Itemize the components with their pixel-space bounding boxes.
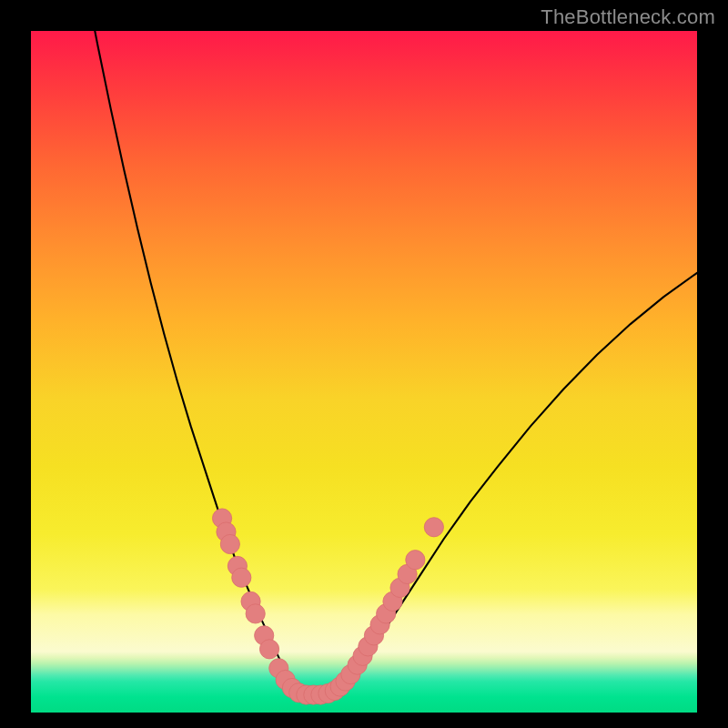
plot-area [31, 31, 697, 713]
watermark-text: TheBottleneck.com [541, 5, 715, 29]
data-point [246, 604, 265, 623]
data-point [259, 640, 278, 659]
data-point [232, 568, 251, 587]
data-point [406, 551, 425, 570]
data-points-group [212, 509, 443, 704]
dots-layer [31, 31, 697, 713]
chart-stage: TheBottleneck.com [0, 0, 728, 728]
data-point [424, 518, 443, 537]
data-point [220, 534, 239, 553]
